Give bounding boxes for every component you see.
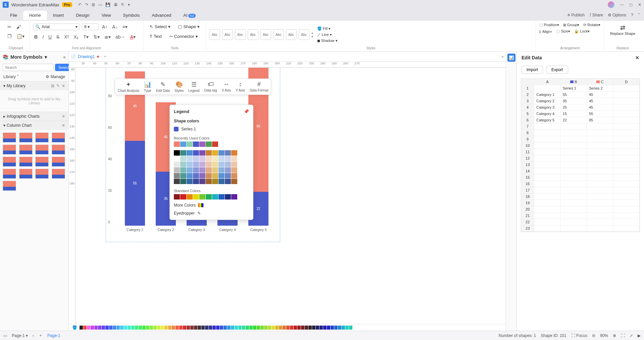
- color-swatch[interactable]: [218, 194, 225, 200]
- menu-view[interactable]: View: [96, 11, 117, 20]
- redo-icon[interactable]: ↷: [85, 2, 88, 7]
- style-preset[interactable]: Abc: [273, 29, 284, 40]
- palette-swatch[interactable]: [235, 326, 238, 330]
- color-swatch[interactable]: [206, 162, 212, 167]
- maximize-icon[interactable]: ◻: [629, 2, 633, 7]
- palette-swatch[interactable]: [231, 326, 234, 330]
- palette-swatch[interactable]: [342, 326, 345, 330]
- chart-thumb[interactable]: [19, 157, 33, 167]
- palette-swatch[interactable]: [179, 326, 183, 330]
- color-swatch[interactable]: [231, 156, 237, 161]
- color-swatch[interactable]: [212, 194, 218, 200]
- pin-icon[interactable]: 📌: [244, 109, 249, 114]
- palette-swatch[interactable]: [153, 326, 157, 330]
- my-library-section[interactable]: My Library: [7, 83, 26, 88]
- chart-thumb[interactable]: [3, 169, 16, 179]
- close-section-icon[interactable]: ✕: [62, 114, 65, 119]
- color-swatch[interactable]: [218, 150, 225, 156]
- palette-swatch[interactable]: [290, 326, 293, 330]
- close-panel-icon[interactable]: ✕: [635, 55, 639, 60]
- menu-insert[interactable]: Insert: [47, 11, 70, 20]
- palette-swatch[interactable]: [338, 326, 341, 330]
- font-color-icon[interactable]: A▾: [129, 33, 137, 41]
- more-colors-button[interactable]: More Colors: [174, 203, 249, 208]
- color-swatch[interactable]: [206, 194, 212, 200]
- color-swatch[interactable]: [231, 179, 237, 184]
- cut-icon[interactable]: ✂: [6, 23, 13, 31]
- color-swatch[interactable]: [193, 194, 199, 200]
- lock-button[interactable]: 🔒 Lock▾: [574, 29, 590, 34]
- select-tool[interactable]: ↖ Select ▾: [147, 23, 173, 31]
- palette-swatch[interactable]: [246, 326, 249, 330]
- chart-thumb[interactable]: [52, 145, 65, 155]
- position-button[interactable]: ⬚ Position▾: [539, 23, 559, 27]
- copy-icon[interactable]: ❐: [6, 32, 13, 40]
- palette-swatch[interactable]: [216, 326, 219, 330]
- close-section-icon[interactable]: ✕: [62, 123, 65, 128]
- color-swatch[interactable]: [174, 150, 180, 156]
- palette-swatch[interactable]: [98, 326, 101, 330]
- palette-swatch[interactable]: [94, 326, 98, 330]
- color-swatch[interactable]: [218, 167, 225, 173]
- bold-icon[interactable]: B: [33, 33, 39, 41]
- bullets-icon[interactable]: ≣▾: [103, 33, 112, 41]
- color-swatch[interactable]: [187, 173, 193, 178]
- chart-thumb[interactable]: [35, 132, 49, 143]
- palette-swatch[interactable]: [260, 326, 264, 330]
- color-swatch[interactable]: [212, 179, 218, 184]
- import-button[interactable]: Import: [522, 66, 543, 74]
- palette-swatch[interactable]: [146, 326, 149, 330]
- style-preset[interactable]: Abc: [235, 29, 246, 40]
- palette-swatch[interactable]: [102, 326, 105, 330]
- grow-font-icon[interactable]: A↑: [101, 23, 109, 31]
- palette-swatch[interactable]: [139, 326, 142, 330]
- palette-swatch[interactable]: [113, 326, 116, 330]
- palette-swatch[interactable]: [135, 326, 138, 330]
- line-button[interactable]: ／ Line ▾: [317, 32, 338, 37]
- shadow-button[interactable]: ◼ Shadow ▾: [317, 39, 338, 43]
- collapse-panel-icon[interactable]: «: [63, 54, 66, 60]
- color-swatch[interactable]: [225, 150, 231, 156]
- color-swatch[interactable]: [225, 167, 231, 173]
- color-swatch[interactable]: [174, 141, 180, 147]
- style-preset[interactable]: Abc: [248, 29, 258, 40]
- chart-thumb[interactable]: [52, 169, 65, 179]
- presentation-icon[interactable]: ▶: [638, 333, 641, 338]
- superscript-icon[interactable]: X²: [63, 33, 70, 41]
- page-menu-icon[interactable]: ▭: [3, 333, 7, 338]
- style-preset[interactable]: Abc: [286, 29, 297, 40]
- subscript-icon[interactable]: X₂: [72, 33, 80, 41]
- palette-swatch[interactable]: [183, 326, 186, 330]
- style-preset[interactable]: Abc: [260, 29, 271, 40]
- color-swatch[interactable]: [193, 156, 199, 161]
- color-swatch[interactable]: [187, 167, 193, 173]
- palette-swatch[interactable]: [345, 326, 349, 330]
- new-icon[interactable]: ⊞: [92, 2, 95, 7]
- style-preset[interactable]: Abc: [222, 29, 233, 40]
- color-swatch[interactable]: [206, 167, 212, 173]
- color-swatch[interactable]: [193, 173, 199, 178]
- undo-icon[interactable]: ↶: [78, 2, 82, 7]
- palette-swatch[interactable]: [286, 326, 290, 330]
- color-swatch[interactable]: [218, 162, 225, 167]
- palette-swatch[interactable]: [283, 326, 286, 330]
- color-swatch[interactable]: [199, 194, 205, 200]
- palette-swatch[interactable]: [157, 326, 160, 330]
- color-swatch[interactable]: [180, 173, 186, 178]
- strike-icon[interactable]: S̶: [55, 33, 61, 41]
- color-swatch[interactable]: [180, 179, 186, 184]
- menu-advanced[interactable]: Advanced: [146, 11, 177, 20]
- color-swatch[interactable]: [174, 156, 180, 161]
- chart-tool-styles[interactable]: 🎨Styles: [175, 81, 184, 93]
- chart-tool-chart-analysis[interactable]: ✦Chart Analysis: [118, 81, 139, 93]
- line-spacing-icon[interactable]: ⇅▾: [92, 33, 101, 41]
- case-icon[interactable]: T▾: [82, 33, 90, 41]
- rotate-button[interactable]: ⟳ Rotate▾: [583, 23, 600, 27]
- chart-thumb[interactable]: [19, 132, 33, 143]
- color-swatch[interactable]: [199, 162, 205, 167]
- align-button[interactable]: ⫿ Align▾: [539, 30, 552, 34]
- palette-swatch[interactable]: [190, 326, 194, 330]
- add-lib-icon[interactable]: ⊞: [51, 83, 54, 88]
- manage-button[interactable]: ⚙ Manage: [46, 74, 65, 79]
- share-button[interactable]: ⤴ Share: [589, 13, 603, 17]
